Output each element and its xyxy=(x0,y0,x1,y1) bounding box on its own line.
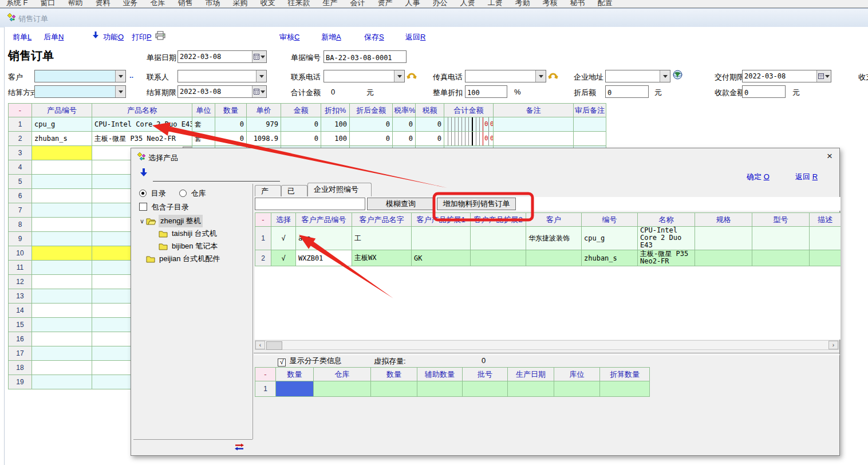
cell-audit-remark[interactable] xyxy=(574,132,606,146)
menu-item[interactable]: 帮助 xyxy=(62,0,89,7)
phone-icon[interactable] xyxy=(548,70,558,80)
menu-item[interactable]: 采购 xyxy=(227,0,254,7)
down-arrow-icon[interactable] xyxy=(139,168,148,178)
main-grid-header[interactable]: 数量 xyxy=(215,104,247,117)
row-number[interactable]: 14 xyxy=(9,304,32,318)
cell-product-code[interactable] xyxy=(32,304,92,318)
cell-total-ledger[interactable]: 00 xyxy=(444,132,494,146)
row-number[interactable]: 7 xyxy=(9,203,32,218)
dialog-grid-header[interactable]: 客户产品编号 xyxy=(296,213,352,227)
main-grid-header[interactable]: 审后备注 xyxy=(574,104,606,117)
dialog-grid-header[interactable]: - xyxy=(255,213,271,227)
cell-qty[interactable]: 0 xyxy=(215,132,247,146)
cell-ext2[interactable] xyxy=(471,250,526,266)
delivery-date-combo[interactable]: 2022-03-08 xyxy=(742,70,831,82)
cell-product-code[interactable]: cpu_g xyxy=(32,117,92,132)
main-grid-header[interactable]: 税额 xyxy=(416,104,444,117)
next-doc-button[interactable]: 后单N xyxy=(44,32,64,42)
cell-product-code[interactable]: zhuban_s xyxy=(32,132,92,146)
phone-icon[interactable] xyxy=(407,70,417,80)
printer-icon[interactable] xyxy=(155,31,166,41)
contact-combo[interactable] xyxy=(177,70,267,82)
cell-desc[interactable] xyxy=(810,227,841,250)
cell-customer-product-code[interactable]: WXZB01 xyxy=(296,250,352,266)
menu-item[interactable]: 收支 xyxy=(254,0,282,7)
dialog-grid-header[interactable]: 选择 xyxy=(271,213,296,227)
row-number[interactable]: 1 xyxy=(255,227,271,250)
audit-button[interactable]: 审核C xyxy=(279,32,299,42)
cell-product-code[interactable] xyxy=(32,246,92,261)
menu-item[interactable]: 窗口 xyxy=(34,0,62,7)
bottom-grid-header[interactable]: 数量 xyxy=(371,368,417,381)
row-number[interactable]: 17 xyxy=(9,346,32,361)
address-combo[interactable] xyxy=(605,70,670,82)
tree-item[interactable]: bijiben 笔记本 xyxy=(135,240,251,253)
cell-remark[interactable] xyxy=(494,132,574,146)
bottom-grid-header[interactable]: 批号 xyxy=(463,368,508,381)
scroll-left-icon[interactable]: ‹ xyxy=(255,341,265,349)
include-subdir-checkbox[interactable]: 包含子目录 xyxy=(139,202,189,212)
dialog-grid-header[interactable]: 名称 xyxy=(638,213,695,227)
row-number[interactable]: 9 xyxy=(9,232,32,246)
cell-unit[interactable]: 套 xyxy=(192,117,215,132)
main-grid-header[interactable]: 金额 xyxy=(281,104,321,117)
settle-method-combo[interactable] xyxy=(34,85,126,98)
main-grid-header[interactable]: 备注 xyxy=(494,104,574,117)
radio-checked-icon[interactable] xyxy=(139,190,147,197)
dialog-grid-header[interactable]: 规格 xyxy=(695,213,752,227)
bottom-grid-header[interactable]: 数量 xyxy=(276,368,314,381)
bottom-grid-header[interactable]: 库位 xyxy=(554,368,600,381)
menu-item[interactable]: 会计 xyxy=(344,0,372,7)
scrollbar-thumb[interactable] xyxy=(266,341,282,350)
menu-item[interactable]: 业务 xyxy=(117,0,144,7)
chevron-down-icon[interactable] xyxy=(115,70,125,82)
cell-model[interactable] xyxy=(752,227,810,250)
main-grid-header[interactable]: 折后金额 xyxy=(350,104,393,117)
bottom-grid-header[interactable]: 折算数量 xyxy=(600,368,650,381)
cell-name[interactable]: CPU-Intel Core 2 Duo E43 xyxy=(638,227,695,250)
chevron-down-icon[interactable] xyxy=(256,70,266,82)
dialog-grid-header[interactable]: 描述 xyxy=(810,213,841,227)
calendar-icon[interactable] xyxy=(252,51,266,62)
dialog-grid-header[interactable]: 客户产品名字 xyxy=(352,213,412,227)
row-number[interactable]: 2 xyxy=(9,132,32,146)
product-search-input[interactable] xyxy=(255,198,365,210)
cell-spec[interactable] xyxy=(695,250,752,266)
menu-item[interactable]: 人资 xyxy=(454,0,482,7)
cell-product-code[interactable] xyxy=(32,232,92,246)
cell-tax[interactable]: 0 xyxy=(416,117,444,132)
calendar-icon[interactable] xyxy=(816,70,831,82)
bottom-grid-header[interactable]: 仓库 xyxy=(314,368,371,381)
cell-code[interactable]: zhuban_s xyxy=(582,250,638,266)
prev-doc-button[interactable]: 前单L xyxy=(13,32,31,42)
row-number[interactable]: 1 xyxy=(255,381,276,397)
checkbox-checked-icon[interactable]: √ xyxy=(278,358,286,367)
cell-empty[interactable] xyxy=(463,381,508,397)
row-number[interactable]: 18 xyxy=(9,361,32,375)
cell-name[interactable]: 主板-微星 P35 Neo2-FR xyxy=(638,250,695,266)
cell-code[interactable]: cpu_g xyxy=(582,227,638,250)
row-number[interactable]: 2 xyxy=(255,250,271,266)
cell-product-code[interactable] xyxy=(32,361,92,375)
chevron-down-icon[interactable] xyxy=(115,86,125,97)
cell-total-ledger[interactable]: 00 xyxy=(444,117,494,132)
cell-price[interactable]: 979 xyxy=(247,117,281,132)
menu-item[interactable]: 市场 xyxy=(199,0,227,7)
print-button[interactable]: 打印P xyxy=(132,32,152,42)
cell-tax[interactable]: 0 xyxy=(416,132,444,146)
cell-product-name[interactable]: 主板-微星 P35 Neo2-FR xyxy=(92,132,192,146)
row-number[interactable]: 19 xyxy=(9,375,32,389)
dialog-grid-header[interactable]: 客户产品扩展1 xyxy=(412,213,471,227)
menu-item[interactable]: 秘书 xyxy=(564,0,591,7)
cell-empty[interactable] xyxy=(508,381,554,397)
cell-empty[interactable] xyxy=(371,381,417,397)
cell-discount[interactable]: 100 xyxy=(321,117,350,132)
radio-icon[interactable] xyxy=(179,190,187,197)
menu-item[interactable]: 配置 xyxy=(591,0,619,7)
phone-combo[interactable] xyxy=(323,70,405,82)
menu-item[interactable]: 销售 xyxy=(172,0,199,7)
cell-amount[interactable]: 0 xyxy=(281,117,321,132)
cell-desc[interactable] xyxy=(810,250,841,266)
menu-item[interactable]: 生产 xyxy=(317,0,344,7)
functions-button[interactable]: 功能O xyxy=(103,32,124,42)
